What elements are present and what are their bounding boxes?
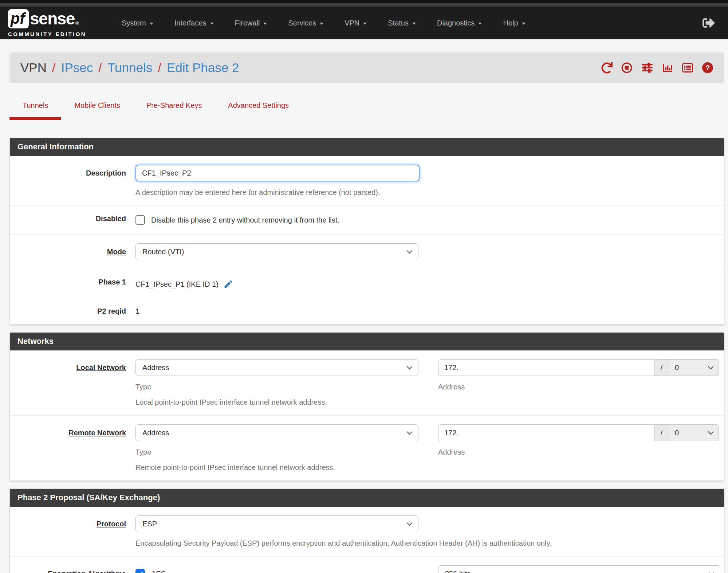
local-network-type-help: Type — [135, 383, 418, 391]
tab-mobile-clients[interactable]: Mobile Clients — [61, 101, 133, 120]
breadcrumb-tunnels[interactable]: Tunnels — [107, 60, 152, 75]
p2-reqid-row: P2 reqid 1 — [10, 298, 724, 324]
description-row: Description A description may be entered… — [10, 156, 724, 205]
menu-diagnostics[interactable]: Diagnostics — [426, 7, 492, 39]
chevron-down-icon — [708, 364, 714, 369]
breadcrumb-ipsec[interactable]: IPsec — [61, 60, 93, 75]
main-menu: System Interfaces Firewall Services VPN … — [111, 7, 536, 39]
tab-pre-shared-keys[interactable]: Pre-Shared Keys — [133, 101, 215, 120]
phase1-row: Phase 1 CF1_IPsec_P1 (IKE ID 1) — [10, 269, 724, 298]
stop-circle-icon[interactable] — [621, 62, 633, 74]
local-network-type-select[interactable]: Address — [135, 359, 418, 376]
window-top-strip-2 — [0, 3, 728, 7]
mode-select[interactable]: Routed (VTI) — [135, 243, 418, 260]
svg-text:?: ? — [705, 64, 710, 72]
aes-bits-select[interactable]: 256 bits — [438, 565, 720, 573]
chevron-down-icon — [407, 248, 413, 254]
menu-services[interactable]: Services — [278, 7, 334, 39]
remote-network-row: Remote Network Address Type / 0 — [10, 415, 724, 480]
caret-down-icon — [478, 23, 482, 25]
local-network-mask-select[interactable]: 0 — [669, 359, 719, 376]
breadcrumb-edit-phase-2: Edit Phase 2 — [167, 60, 239, 75]
general-information-panel: General Information Description A descri… — [9, 138, 724, 325]
disabled-checkbox-label: Disable this phase 2 entry without remov… — [151, 216, 339, 224]
encryption-aes-row: Encryption Algorithms AES 256 bits — [10, 556, 724, 573]
caret-down-icon — [320, 23, 323, 25]
log-list-icon[interactable] — [682, 62, 693, 74]
chevron-down-icon — [407, 429, 413, 435]
protocol-help: Encapsulating Security Payload (ESP) per… — [135, 539, 720, 548]
breadcrumb-separator: / — [158, 60, 161, 75]
chevron-down-icon — [709, 570, 715, 573]
caret-down-icon — [210, 23, 214, 25]
local-network-address-input[interactable] — [438, 359, 654, 376]
pf-logo-box: pf — [8, 9, 29, 28]
disabled-label: Disabled — [10, 215, 135, 225]
menu-system[interactable]: System — [111, 7, 164, 39]
networks-panel: Networks Local Network Address Type / — [9, 332, 724, 481]
encryption-algorithms-label: Encryption Algorithms — [10, 565, 135, 573]
phase1-value: CF1_IPsec_P1 (IKE ID 1) — [135, 280, 219, 289]
sliders-icon[interactable] — [641, 62, 653, 74]
menu-help[interactable]: Help — [492, 7, 536, 39]
aes-checkbox[interactable] — [135, 569, 145, 573]
tab-advanced-settings[interactable]: Advanced Settings — [215, 101, 302, 120]
disabled-checkbox[interactable] — [135, 215, 145, 225]
caret-down-icon — [150, 23, 153, 25]
description-label: Description — [10, 165, 135, 197]
local-network-help: Local point-to-point IPsec interface tun… — [135, 398, 720, 407]
p2-reqid-label: P2 reqid — [10, 307, 135, 315]
sign-out-icon[interactable] — [703, 17, 715, 29]
tab-tunnels[interactable]: Tunnels — [9, 101, 61, 120]
aes-checkbox-label: AES — [151, 570, 166, 573]
logo-sense-text: sense — [30, 9, 75, 28]
caret-down-icon — [412, 23, 416, 25]
disabled-row: Disabled Disable this phase 2 entry with… — [10, 205, 724, 234]
registered-mark: ® — [75, 21, 79, 26]
mode-label: Mode — [10, 243, 135, 260]
phase1-label: Phase 1 — [10, 278, 135, 289]
chevron-down-icon — [407, 364, 413, 369]
caret-down-icon — [363, 23, 367, 25]
phase2-proposal-panel: Phase 2 Proposal (SA/Key Exchange) Proto… — [9, 488, 724, 573]
panel-title-general-information: General Information — [10, 138, 724, 156]
top-navbar: pf sense ® COMMUNITY EDITION System Inte… — [0, 7, 728, 39]
remote-network-type-help: Type — [135, 448, 418, 456]
p2-reqid-value: 1 — [135, 307, 139, 315]
pfsense-logo[interactable]: pf sense ® COMMUNITY EDITION — [8, 9, 86, 37]
breadcrumb-bar: VPN / IPsec / Tunnels / Edit Phase 2 ? — [9, 52, 724, 83]
window-top-strip — [0, 0, 728, 3]
menu-vpn[interactable]: VPN — [334, 7, 377, 39]
description-help: A description may be entered here for ad… — [135, 188, 720, 197]
local-network-slash-addon: / — [654, 359, 669, 376]
description-input[interactable] — [135, 165, 420, 181]
edit-pencil-icon[interactable] — [223, 279, 233, 289]
remote-network-help: Remote point-to-point IPsec interface tu… — [135, 463, 720, 472]
breadcrumb: VPN / IPsec / Tunnels / Edit Phase 2 — [20, 60, 239, 75]
remote-network-mask-select[interactable]: 0 — [669, 424, 719, 441]
help-icon[interactable]: ? — [702, 62, 713, 74]
page-action-icons: ? — [601, 62, 713, 74]
caret-down-icon — [263, 23, 267, 25]
remote-network-address-help: Address — [438, 448, 720, 456]
logo-pf-text: pf — [11, 10, 27, 27]
menu-interfaces[interactable]: Interfaces — [164, 7, 224, 39]
chevron-down-icon — [708, 429, 714, 435]
breadcrumb-separator: / — [52, 60, 56, 75]
protocol-select[interactable]: ESP — [135, 515, 418, 532]
remote-network-type-select[interactable]: Address — [135, 424, 418, 441]
ipsec-tabs: Tunnels Mobile Clients Pre-Shared Keys A… — [9, 101, 724, 120]
refresh-icon[interactable] — [601, 62, 613, 74]
panel-title-phase2-proposal: Phase 2 Proposal (SA/Key Exchange) — [10, 489, 724, 507]
mode-row: Mode Routed (VTI) — [10, 234, 724, 269]
local-network-label: Local Network — [10, 359, 135, 407]
menu-status[interactable]: Status — [377, 7, 426, 39]
protocol-row: Protocol ESP Encapsulating Security Payl… — [10, 507, 724, 556]
remote-network-slash-addon: / — [654, 424, 669, 441]
remote-network-address-input[interactable] — [438, 424, 654, 441]
breadcrumb-separator: / — [98, 60, 102, 75]
bar-chart-icon[interactable] — [662, 62, 673, 74]
logo-subtitle: COMMUNITY EDITION — [8, 31, 86, 37]
remote-network-label: Remote Network — [10, 424, 135, 472]
menu-firewall[interactable]: Firewall — [224, 7, 278, 39]
